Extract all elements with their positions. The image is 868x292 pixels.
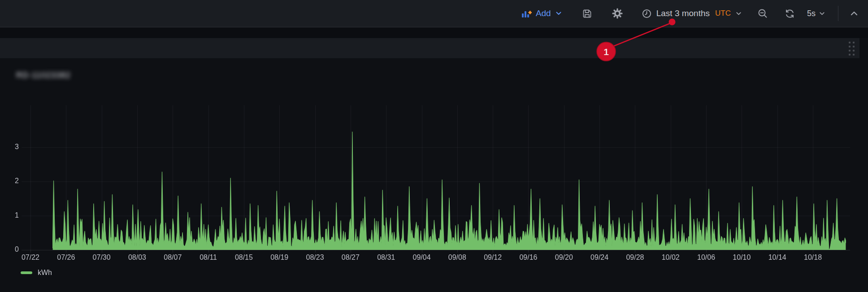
y-axis-tick: 0 <box>4 245 19 253</box>
refresh-interval-value: 5s <box>807 9 816 18</box>
panel-drag-handle[interactable] <box>849 42 855 56</box>
zoom-out-icon <box>757 8 768 19</box>
x-axis-tick: 09/28 <box>617 253 653 262</box>
y-axis-tick: 1 <box>4 211 19 219</box>
x-axis-tick: 08/11 <box>191 253 226 262</box>
x-axis-tick: 08/03 <box>119 253 155 262</box>
x-axis-tick: 10/18 <box>795 253 831 262</box>
x-axis-tick: 08/19 <box>261 253 297 262</box>
time-range-picker[interactable]: Last 3 months UTC <box>642 9 742 19</box>
x-axis-tick: 08/15 <box>226 253 262 262</box>
save-icon <box>582 9 592 19</box>
x-axis-tick: 10/06 <box>688 253 724 262</box>
dashboard-row <box>0 38 859 58</box>
chevron-down-icon <box>819 10 825 17</box>
y-axis-tick: 2 <box>4 177 19 185</box>
x-axis-tick: 09/20 <box>546 253 582 262</box>
chevron-down-icon <box>555 10 562 17</box>
refresh-button[interactable] <box>784 8 795 19</box>
x-axis-tick: 07/22 <box>13 253 48 262</box>
collapse-toolbar-button[interactable] <box>849 9 859 18</box>
legend-item-kwh[interactable]: kWh <box>21 269 52 277</box>
refresh-icon <box>784 8 795 19</box>
save-dashboard-button[interactable] <box>582 9 592 19</box>
x-axis-tick: 09/04 <box>404 253 440 262</box>
add-button[interactable]: Add <box>521 9 562 18</box>
dashboard-toolbar: Add <box>0 0 868 27</box>
dashboard-settings-button[interactable] <box>612 8 623 19</box>
chevron-up-icon <box>849 9 859 18</box>
legend-swatch <box>21 271 32 274</box>
x-axis-tick: 08/07 <box>155 253 191 262</box>
time-range-label: Last 3 months <box>656 9 710 18</box>
clock-icon <box>642 9 652 19</box>
x-axis-tick: 07/30 <box>84 253 120 262</box>
x-axis-tick: 09/24 <box>582 253 617 262</box>
y-axis-tick: 3 <box>4 143 19 151</box>
x-axis-tick: 07/26 <box>48 253 84 262</box>
x-axis-tick: 08/27 <box>333 253 369 262</box>
timezone-label: UTC <box>715 9 731 18</box>
x-axis-tick: 08/23 <box>297 253 333 262</box>
x-axis-tick: 09/16 <box>510 253 546 262</box>
x-axis-tick: 10/02 <box>653 253 689 262</box>
timeseries-panel: RD-11023382 012307/2207/2607/3008/0308/0… <box>0 58 859 292</box>
x-axis-tick: 10/14 <box>760 253 795 262</box>
x-axis-tick: 10/10 <box>724 253 760 262</box>
zoom-out-time-button[interactable] <box>757 8 768 19</box>
x-axis-tick: 09/12 <box>475 253 511 262</box>
x-axis-tick: 09/08 <box>439 253 475 262</box>
toolbar-divider <box>838 6 838 21</box>
legend-label: kWh <box>38 269 52 277</box>
gear-icon <box>612 8 623 19</box>
refresh-interval-dropdown[interactable]: 5s <box>807 9 825 18</box>
chevron-down-icon <box>735 10 742 17</box>
bar-chart-plus-icon <box>521 9 532 18</box>
x-axis-tick: 08/31 <box>368 253 404 262</box>
page-gap-strip <box>0 28 868 38</box>
add-button-label: Add <box>536 9 551 18</box>
